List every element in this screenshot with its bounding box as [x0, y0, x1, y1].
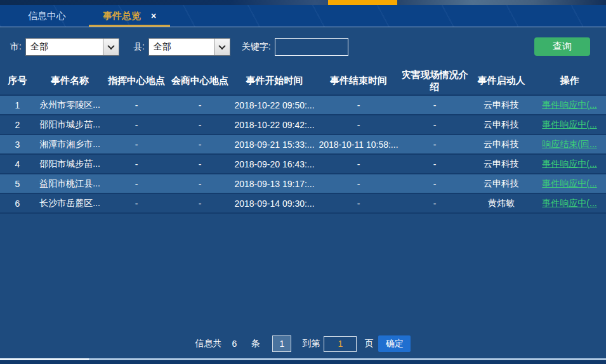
city-select[interactable]: 全部 — [25, 38, 119, 56]
cell-seq: 5 — [0, 174, 35, 193]
confirm-button[interactable]: 确定 — [378, 335, 411, 352]
cell-start-time: 2018-10-22 09:50:... — [232, 95, 317, 115]
county-label: 县: — [133, 41, 145, 53]
cell-starter: 云申科技 — [470, 115, 533, 134]
chevron-down-icon[interactable] — [214, 39, 230, 55]
active-tab-underline — [89, 25, 170, 27]
city-label: 市: — [10, 41, 22, 53]
cell-command-center: - — [105, 154, 168, 174]
action-link[interactable]: 响应结束(回... — [542, 139, 596, 149]
cell-command-center: - — [105, 95, 168, 115]
cell-seq: 1 — [0, 95, 35, 115]
cell-start-time: 2018-09-13 19:17:... — [232, 174, 317, 193]
cell-meeting-center: - — [168, 115, 232, 134]
cell-meeting-center: - — [168, 95, 232, 115]
top-window-strip — [0, 0, 606, 5]
cell-meeting-center: - — [168, 174, 232, 193]
bottom-window-strip — [0, 358, 606, 364]
cell-intro: - — [400, 174, 470, 193]
cell-start-time: 2018-10-22 09:42:... — [232, 115, 317, 134]
page-number-button[interactable]: 1 — [272, 335, 291, 352]
county-select[interactable]: 全部 — [148, 38, 230, 56]
county-select-value: 全部 — [149, 39, 214, 55]
tab-bar: 信息中心 事件总览 × — [0, 5, 606, 27]
table-row: 3 湘潭市湘乡市... - - 2018-09-21 15:33:... 201… — [0, 134, 606, 154]
cell-seq: 6 — [0, 193, 35, 213]
cell-intro: - — [400, 95, 470, 115]
close-icon[interactable]: × — [151, 11, 156, 20]
tab-event-overview[interactable]: 事件总览 × — [88, 5, 171, 27]
horizontal-scrollbar-thumb[interactable] — [0, 358, 89, 360]
cell-start-time: 2018-09-20 16:43:... — [232, 154, 317, 174]
keyword-input[interactable] — [275, 38, 348, 56]
cell-command-center: - — [105, 174, 168, 193]
cell-command-center: - — [105, 115, 168, 134]
cell-command-center: - — [105, 134, 168, 154]
tab-info-center-label: 信息中心 — [28, 10, 66, 22]
cell-intro: - — [400, 193, 470, 213]
header-meeting-center: 会商中心地点 — [168, 67, 232, 95]
table-row: 6 长沙市岳麓区... - - 2018-09-14 09:30:... - -… — [0, 193, 606, 213]
cell-starter: 云申科技 — [470, 95, 533, 115]
cell-end-time: - — [317, 95, 400, 115]
header-operation: 操作 — [533, 67, 606, 95]
cell-intro: - — [400, 134, 470, 154]
pagination-total-prefix: 信息共 — [195, 338, 222, 349]
cell-event-name: 永州市零陵区... — [35, 95, 105, 115]
header-command-center: 指挥中心地点 — [105, 67, 168, 95]
action-link[interactable]: 事件响应中(... — [542, 178, 596, 188]
action-link[interactable]: 事件响应中(... — [542, 198, 596, 208]
tab-event-overview-label: 事件总览 — [103, 10, 141, 22]
chevron-down-icon[interactable] — [103, 39, 119, 55]
cell-seq: 2 — [0, 115, 35, 134]
header-end-time: 事件结束时间 — [317, 67, 400, 95]
cell-event-name: 益阳市桃江县... — [35, 174, 105, 193]
filter-bar: 市: 全部 县: 全部 关键字: 查询 — [0, 27, 606, 63]
cell-seq: 3 — [0, 134, 35, 154]
tab-info-center[interactable]: 信息中心 — [6, 5, 88, 27]
table-header-row: 序号 事件名称 指挥中心地点 会商中心地点 事件开始时间 事件结束时间 灾害现场… — [0, 67, 606, 95]
table-row: 5 益阳市桃江县... - - 2018-09-13 19:17:... - -… — [0, 174, 606, 193]
cell-start-time: 2018-09-21 15:33:... — [232, 134, 317, 154]
action-link[interactable]: 事件响应中(... — [542, 100, 596, 110]
cell-event-name: 邵阳市城步苗... — [35, 115, 105, 134]
top-orange-bar — [328, 0, 397, 5]
header-seq: 序号 — [0, 67, 35, 95]
cell-starter: 云申科技 — [470, 134, 533, 154]
table-row: 4 邵阳市城步苗... - - 2018-09-20 16:43:... - -… — [0, 154, 606, 174]
goto-page-label: 到第 — [302, 338, 320, 349]
cell-start-time: 2018-09-14 09:30:... — [232, 193, 317, 213]
cell-event-name: 长沙市岳麓区... — [35, 193, 105, 213]
query-button[interactable]: 查询 — [534, 37, 590, 56]
cell-command-center: - — [105, 193, 168, 213]
cell-starter: 云申科技 — [470, 154, 533, 174]
action-link[interactable]: 事件响应中(... — [542, 119, 596, 129]
pagination-bar: 信息共 6 条 1 到第 页 确定 — [0, 335, 606, 358]
header-start-time: 事件开始时间 — [232, 67, 317, 95]
action-link[interactable]: 事件响应中(... — [542, 159, 596, 169]
cell-meeting-center: - — [168, 154, 232, 174]
events-table: 序号 事件名称 指挥中心地点 会商中心地点 事件开始时间 事件结束时间 灾害现场… — [0, 67, 606, 214]
cell-intro: - — [400, 115, 470, 134]
cell-seq: 4 — [0, 154, 35, 174]
cell-end-time: - — [317, 115, 400, 134]
cell-end-time: - — [317, 174, 400, 193]
cell-end-time: - — [317, 193, 400, 213]
cell-end-time: - — [317, 154, 400, 174]
cell-starter: 黄炜敏 — [470, 193, 533, 213]
cell-end-time: 2018-10-11 10:58:... — [317, 134, 400, 154]
pagination-total-count: 6 — [232, 339, 237, 349]
pagination-total-unit: 条 — [251, 338, 260, 349]
page-unit-label: 页 — [364, 338, 373, 349]
header-event-name: 事件名称 — [35, 67, 105, 95]
cell-meeting-center: - — [168, 193, 232, 213]
cell-event-name: 邵阳市城步苗... — [35, 154, 105, 174]
city-select-value: 全部 — [26, 39, 103, 55]
table-row: 1 永州市零陵区... - - 2018-10-22 09:50:... - -… — [0, 95, 606, 115]
header-starter: 事件启动人 — [470, 67, 533, 95]
cell-intro: - — [400, 154, 470, 174]
header-disaster-intro: 灾害现场情况介绍 — [400, 67, 470, 95]
keyword-label: 关键字: — [242, 41, 271, 53]
table-row: 2 邵阳市城步苗... - - 2018-10-22 09:42:... - -… — [0, 115, 606, 134]
goto-page-input[interactable] — [324, 336, 357, 352]
